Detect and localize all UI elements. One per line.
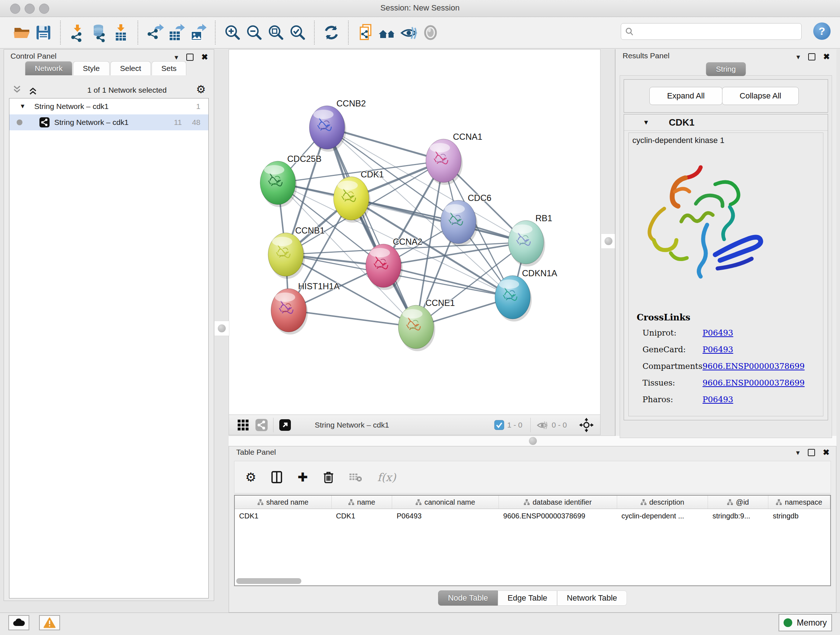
gene-entry-panel: ▼ CDK1 cyclin-dependent kinase 1 [624,114,828,420]
zoom-fit-button[interactable] [265,22,286,43]
table-panel: Table Panel ▾ ✖ ⚙ ✚ f(x) [229,446,836,613]
warnings-button[interactable] [39,615,60,630]
crosslink-link[interactable]: P06493 [703,395,733,404]
gear-icon[interactable]: ⚙ [196,83,206,96]
detach-view-icon[interactable] [279,418,292,432]
show-all-button[interactable] [420,22,441,43]
crosslink-link[interactable]: 9606.ENSP00000378699 [703,378,805,387]
toolbar-separator [348,21,349,44]
tab-select[interactable]: Select [111,61,151,75]
collapse-arrow-icon[interactable]: ▼ [19,103,26,110]
table-cell[interactable]: stringdb [768,509,830,523]
table-cell[interactable]: CDK1 [235,509,332,523]
zoom-in-button[interactable] [221,22,243,43]
table-horizontal-scrollbar[interactable] [236,578,302,584]
horizontal-splitter-handle[interactable] [527,437,539,445]
tab-string[interactable]: String [706,62,746,76]
table-cell[interactable]: stringdb:9... [708,509,768,523]
pan-crosshair-icon[interactable] [579,418,594,432]
import-network-button[interactable] [66,22,88,43]
panel-menu-icon[interactable]: ▾ [796,448,800,457]
app-window: Session: New Session [0,0,840,635]
search-input[interactable] [634,27,795,36]
trash-icon[interactable] [323,470,334,484]
save-session-button[interactable] [33,22,54,43]
export-image-button[interactable] [187,22,209,43]
panel-menu-icon[interactable]: ▾ [797,52,800,61]
hide-selected-button[interactable] [398,22,420,43]
node-gloss [370,248,390,257]
tab-edge-table[interactable]: Edge Table [498,591,557,606]
float-panel-icon[interactable] [808,449,815,456]
node-gloss [313,110,333,119]
export-table-button[interactable] [166,22,187,43]
delete-table-icon[interactable] [349,472,362,482]
tab-network-table[interactable]: Network Table [557,591,627,606]
export-network-button[interactable] [144,22,166,43]
import-network-database-button[interactable] [88,22,110,43]
tab-network[interactable]: Network [25,61,73,75]
network-label: String Network – cdk1 [54,118,174,127]
network-row-selected[interactable]: String Network – cdk1 11 48 [9,114,208,130]
left-splitter-handle[interactable] [214,321,229,336]
expand-collapse-bar: Expand All Collapse All [624,79,828,112]
import-table-button[interactable] [110,22,132,43]
tab-node-table[interactable]: Node Table [438,591,498,606]
close-panel-icon[interactable]: ✖ [823,448,829,457]
column-header-description[interactable]: description [617,496,708,509]
cloud-status-button[interactable] [8,615,29,630]
column-header-database-identifier[interactable]: database identifier [499,496,617,509]
table-row[interactable]: CDK1CDK1P064939606.ENSP00000378699cyclin… [235,509,830,523]
zoom-selected-button[interactable] [286,22,308,43]
close-panel-icon[interactable]: ✖ [823,52,830,62]
crosslink-link[interactable]: 9606.ENSP00000378699 [703,362,805,371]
first-neighbors-button[interactable] [376,22,398,43]
node-gloss [272,237,292,246]
memory-button[interactable]: Memory [778,614,832,631]
table-cell[interactable]: cyclin-dependent ... [617,509,708,523]
network-edge-CDK1-RB1[interactable] [351,198,526,242]
float-panel-icon[interactable] [186,54,194,61]
network-collection-row[interactable]: ▼ String Network – cdk1 1 [9,98,208,114]
gene-name: CDK1 [669,117,695,128]
network-canvas[interactable]: CCNB2CCNA1CDC25BCDK1CDC6RB1CCNB1CCNA2CDK… [229,49,600,415]
show-columns-icon[interactable] [271,471,282,483]
expand-all-icon[interactable] [28,85,40,96]
expand-all-button[interactable]: Expand All [649,87,722,105]
tab-style[interactable]: Style [73,61,110,75]
help-button[interactable]: ? [813,22,831,40]
table-cell[interactable]: P06493 [392,509,499,523]
grid-view-icon[interactable] [237,419,249,431]
gene-entry-header[interactable]: ▼ CDK1 [624,114,828,131]
refresh-layout-button[interactable] [321,22,342,43]
collapse-all-button[interactable]: Collapse All [722,87,799,105]
crosslink-link[interactable]: P06493 [703,345,733,354]
network-view-icon[interactable] [255,418,268,432]
new-network-from-selection-button[interactable] [355,22,376,43]
open-session-button[interactable] [11,22,33,43]
column-header-@id[interactable]: @id [708,496,768,509]
right-splitter-handle[interactable] [601,233,616,249]
crosslink-row: GeneCard:P06493 [643,345,818,362]
column-header-canonical-name[interactable]: canonical name [392,496,499,509]
panel-menu-icon[interactable]: ▾ [175,53,178,62]
table-cell[interactable]: CDK1 [332,509,393,523]
float-panel-icon[interactable] [808,53,815,60]
column-header-name[interactable]: name [332,496,393,509]
add-column-icon[interactable]: ✚ [297,470,308,485]
table-cell[interactable]: 9606.ENSP00000378699 [499,509,617,523]
column-header-namespace[interactable]: namespace [768,496,830,509]
crosslink-row: Tissues:9606.ENSP00000378699 [643,378,818,395]
selected-checkbox-icon[interactable] [494,420,504,430]
zoom-out-button[interactable] [243,22,265,43]
close-panel-icon[interactable]: ✖ [202,52,208,62]
column-header-shared-name[interactable]: shared name [235,496,332,509]
crosslink-row: Uniprot:P06493 [643,328,818,345]
collapse-arrow-icon[interactable]: ▼ [643,119,649,126]
function-builder-icon[interactable]: f(x) [377,471,396,484]
network-edge-CCNB2-CCNE1[interactable] [327,127,416,327]
table-gear-icon[interactable]: ⚙ [245,470,256,485]
crosslink-link[interactable]: P06493 [703,328,733,337]
tab-sets[interactable]: Sets [152,61,186,75]
collapse-all-icon[interactable] [12,85,24,96]
